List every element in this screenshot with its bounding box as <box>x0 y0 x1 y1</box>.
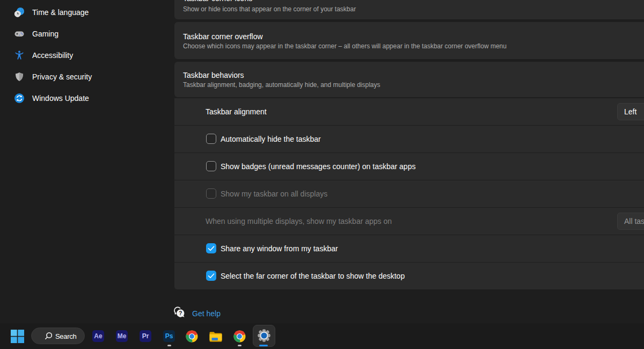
svg-text:?: ? <box>179 310 182 316</box>
